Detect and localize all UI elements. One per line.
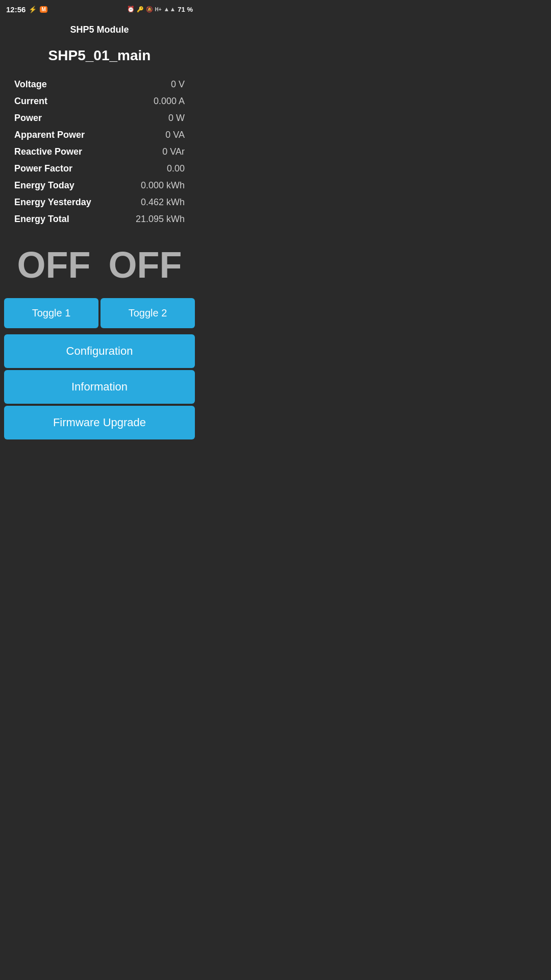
metric-row: Current0.000 A [14, 93, 185, 110]
toggle2-button[interactable]: Toggle 2 [101, 298, 195, 328]
metric-value: 0 V [171, 79, 185, 90]
status-right: H+ ▲▲ 71 % [127, 6, 193, 13]
metric-value: 0 W [168, 113, 185, 124]
metric-value: 0.00 [167, 163, 185, 174]
key-icon [137, 6, 144, 13]
metric-label: Current [14, 96, 47, 107]
switch2-status: OFF [104, 244, 186, 286]
status-bar: 12:56 M H+ ▲▲ 71 % [0, 0, 199, 18]
metric-row: Reactive Power0 VAr [14, 143, 185, 160]
mute-icon [146, 6, 153, 13]
metric-value: 0 VA [165, 130, 185, 140]
toggle-buttons-row: Toggle 1 Toggle 2 [0, 298, 199, 330]
configuration-button[interactable]: Configuration [4, 334, 195, 368]
signal-icon: ▲▲ [164, 6, 176, 13]
mi-icon: M [40, 6, 47, 13]
toggle1-button[interactable]: Toggle 1 [4, 298, 98, 328]
metric-label: Reactive Power [14, 146, 82, 157]
metric-label: Energy Total [14, 214, 69, 225]
metric-value: 21.095 kWh [136, 214, 185, 225]
firmware-upgrade-button[interactable]: Firmware Upgrade [4, 406, 195, 439]
metric-label: Power Factor [14, 163, 72, 174]
bolt-icon [29, 5, 37, 13]
metric-label: Energy Yesterday [14, 197, 91, 208]
metric-row: Energy Today0.000 kWh [14, 177, 185, 194]
action-buttons-section: Configuration Information Firmware Upgra… [0, 330, 199, 439]
metric-value: 0 VAr [162, 146, 185, 157]
alarm-icon [127, 6, 135, 13]
metric-row: Power Factor0.00 [14, 160, 185, 177]
status-time: 12:56 [6, 5, 26, 14]
metric-row: Voltage0 V [14, 76, 185, 93]
metric-label: Energy Today [14, 180, 74, 191]
switch1-status: OFF [13, 244, 95, 286]
metrics-section: Voltage0 VCurrent0.000 APower0 WApparent… [0, 76, 199, 240]
metric-row: Power0 W [14, 110, 185, 127]
device-name: SHP5_01_main [0, 39, 199, 76]
metric-row: Apparent Power0 VA [14, 127, 185, 143]
metric-label: Voltage [14, 79, 47, 90]
metric-label: Apparent Power [14, 130, 85, 140]
switch-status-row: OFF OFF [0, 240, 199, 298]
status-left: 12:56 M [6, 5, 47, 14]
metric-value: 0.000 kWh [141, 180, 185, 191]
metric-value: 0.462 kWh [141, 197, 185, 208]
metric-row: Energy Yesterday0.462 kWh [14, 194, 185, 211]
metric-label: Power [14, 113, 42, 124]
information-button[interactable]: Information [4, 370, 195, 404]
header-title: SHP5 Module [70, 24, 129, 35]
battery-level: 71 % [178, 6, 193, 13]
network-icon: H+ [155, 7, 162, 12]
metric-row: Energy Total21.095 kWh [14, 211, 185, 228]
app-header: SHP5 Module [0, 18, 199, 39]
metric-value: 0.000 A [154, 96, 185, 107]
